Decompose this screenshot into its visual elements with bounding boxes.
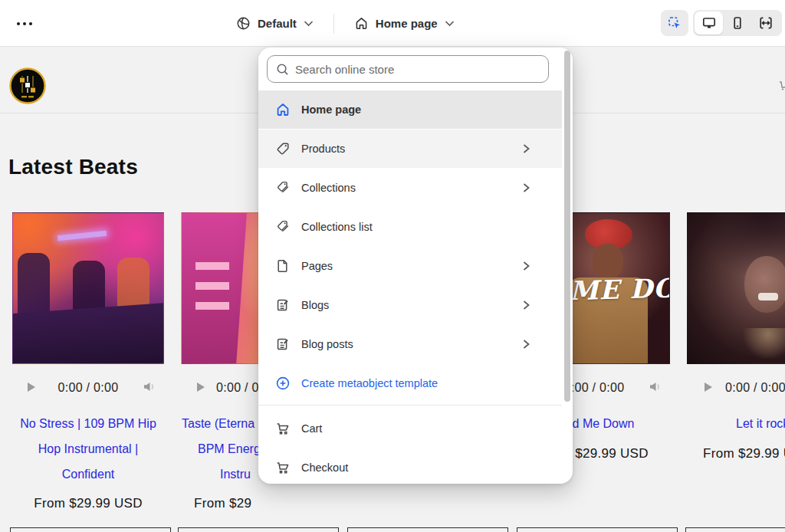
- product-image[interactable]: [687, 212, 785, 364]
- preview-controls: [661, 10, 782, 36]
- partial-cart-icon[interactable]: [779, 80, 785, 91]
- cart-icon: [275, 460, 291, 475]
- tags-icon: [275, 219, 291, 235]
- product-price: From $29: [194, 496, 346, 511]
- inspect-section-button[interactable]: [661, 10, 688, 36]
- menu-item-label: Create metaobject template: [301, 377, 438, 389]
- menu-item-blogs[interactable]: Blogs: [258, 286, 562, 324]
- product-title-link[interactable]: Confident: [12, 468, 164, 481]
- menu-item-label: Collections: [301, 182, 356, 194]
- store-logo[interactable]: [9, 67, 46, 104]
- chevron-right-icon: [521, 299, 531, 311]
- fullwidth-icon: [758, 15, 774, 31]
- chevron-right-icon: [521, 260, 531, 272]
- volume-icon[interactable]: [143, 381, 156, 392]
- chevron-right-icon: [521, 143, 531, 155]
- menu-item-label: Cart: [301, 422, 322, 435]
- page-navigation-dropdown: Home page Products Collections Collectio…: [258, 48, 573, 484]
- tags-icon: [275, 180, 291, 195]
- menu-item-label: Pages: [301, 260, 333, 272]
- chevron-down-icon: [445, 20, 455, 27]
- product-price: From $29.99 USD: [12, 496, 164, 511]
- audio-time: 0:00 / 0:00: [12, 381, 164, 395]
- product-title-link[interactable]: Let it rock: [736, 417, 785, 431]
- menu-item-label: Home page: [301, 103, 361, 116]
- menu-item-checkout[interactable]: Checkout: [258, 448, 562, 484]
- menu-item-label: Checkout: [301, 461, 348, 474]
- blog-icon: [275, 337, 291, 352]
- product-card: [687, 212, 785, 364]
- mobile-view-button[interactable]: [723, 11, 751, 34]
- theme-selector-label: Default: [258, 17, 297, 30]
- menu-item-home-page[interactable]: Home page: [258, 90, 562, 129]
- menu-item-products[interactable]: Products: [258, 130, 562, 168]
- search-icon: [276, 63, 289, 76]
- menu-item-cart[interactable]: Cart: [258, 409, 562, 448]
- menu-item-label: Blog posts: [301, 338, 353, 350]
- chevron-right-icon: [521, 338, 531, 350]
- menu-divider: [258, 405, 562, 406]
- toolbar-divider: [333, 14, 334, 34]
- menu-item-label: Collections list: [301, 221, 373, 233]
- menu-item-label: Products: [301, 143, 345, 155]
- add-to-cart-button[interactable]: [347, 527, 508, 532]
- add-to-cart-button[interactable]: [10, 527, 171, 532]
- desktop-icon: [701, 15, 717, 31]
- page-selector-label: Home page: [376, 17, 438, 30]
- chevron-right-icon: [521, 182, 531, 194]
- search-box: [267, 55, 549, 83]
- product-price: From $29.99 USD: [703, 446, 785, 461]
- audio-player: 0:00 / 0:00: [12, 381, 164, 393]
- product-title-link[interactable]: Hop Instrumental |: [12, 442, 164, 456]
- home-icon: [354, 16, 369, 31]
- tag-icon: [275, 141, 291, 156]
- menu-item-label: Blogs: [301, 299, 329, 311]
- search-input[interactable]: [295, 63, 548, 76]
- desktop-view-button[interactable]: [695, 11, 723, 34]
- blog-icon: [275, 297, 291, 313]
- ellipsis-icon: [16, 21, 33, 26]
- menu-item-pages[interactable]: Pages: [258, 247, 562, 285]
- product-card: [12, 212, 164, 364]
- audio-time: 0:00 / 0:00: [687, 381, 785, 395]
- product-image[interactable]: [12, 212, 164, 364]
- mobile-icon: [730, 15, 745, 31]
- inspector-icon: [667, 15, 682, 31]
- page-selector[interactable]: Home page: [348, 11, 461, 35]
- fullwidth-view-button[interactable]: [752, 11, 780, 34]
- chevron-down-icon: [304, 20, 314, 27]
- logo-faders-icon: [9, 67, 46, 104]
- globe-icon: [236, 16, 251, 31]
- image-overlay-text: ME DOWN: [570, 271, 670, 306]
- plus-circle-icon: [275, 376, 291, 391]
- volume-icon[interactable]: [649, 381, 662, 392]
- theme-selector[interactable]: Default: [230, 11, 320, 35]
- home-icon: [275, 102, 291, 117]
- add-to-cart-button[interactable]: [517, 527, 678, 532]
- menu-item-collections[interactable]: Collections: [258, 169, 562, 207]
- add-to-cart-button[interactable]: [685, 527, 785, 532]
- editor-toolbar: Default Home page: [0, 0, 785, 47]
- product-title-link[interactable]: No Stress | 109 BPM Hip: [12, 417, 164, 431]
- section-heading: Latest Beats: [8, 155, 138, 179]
- menu-item-create-metaobject-template[interactable]: Create metaobject template: [258, 364, 562, 402]
- audio-player: 0:00 / 0:00: [687, 381, 785, 393]
- device-switcher: [693, 10, 782, 36]
- add-to-cart-button[interactable]: [178, 527, 339, 532]
- cart-icon: [275, 421, 291, 436]
- dropdown-scrollbar[interactable]: [564, 51, 570, 402]
- context-selectors: Default Home page: [230, 0, 461, 47]
- menu-item-collections-list[interactable]: Collections list: [258, 208, 562, 246]
- more-options-button[interactable]: [9, 14, 40, 34]
- menu-item-blog-posts[interactable]: Blog posts: [258, 325, 562, 363]
- page-icon: [275, 258, 291, 274]
